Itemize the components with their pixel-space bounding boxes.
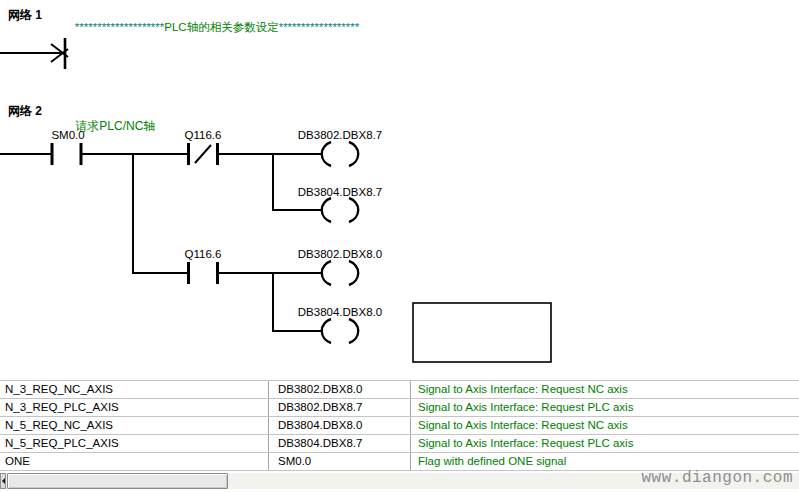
symbol-comment: Signal to Axis Interface: Request PLC ax…	[411, 435, 799, 452]
coil-db3802-dbx8-7[interactable]: DB3802.DBX8.7	[298, 129, 382, 166]
scroll-left-arrow-icon	[2, 478, 5, 484]
coil-db3802-dbx8-0[interactable]: DB3802.DBX8.0	[298, 248, 382, 285]
symbol-name: N_3_REQ_NC_AXIS	[0, 381, 269, 398]
coil-db3802-dbx8-0-label: DB3802.DBX8.0	[298, 248, 382, 260]
contact-q116-6-no-label: Q116.6	[185, 248, 222, 260]
contact-q116-6-nc[interactable]: Q116.6	[185, 129, 222, 165]
ladder-canvas: SM0.0 Q116.6 DB3802.DBX8.7 DB3804.DBX8.7…	[0, 0, 799, 380]
symbol-address: DB3802.DBX8.7	[269, 399, 411, 416]
coil-db3804-dbx8-7-label: DB3804.DBX8.7	[298, 186, 382, 198]
network-2-wires	[0, 153, 323, 332]
table-row[interactable]: N_5_REQ_NC_AXIS DB3804.DBX8.0 Signal to …	[0, 417, 799, 435]
coil-db3804-dbx8-7[interactable]: DB3804.DBX8.7	[298, 186, 382, 222]
empty-box[interactable]	[413, 303, 551, 362]
table-row[interactable]: N_3_REQ_NC_AXIS DB3802.DBX8.0 Signal to …	[0, 381, 799, 399]
contact-sm0-0-label: SM0.0	[51, 129, 84, 141]
symbol-comment: Flag with defined ONE signal	[411, 453, 799, 470]
coil-db3804-dbx8-0-label: DB3804.DBX8.0	[298, 306, 382, 318]
symbol-comment: Signal to Axis Interface: Request NC axi…	[411, 381, 799, 398]
contact-q116-6-nc-label: Q116.6	[185, 129, 222, 141]
network-1-open-branch-arrow-icon[interactable]	[0, 38, 68, 69]
coil-db3802-dbx8-7-label: DB3802.DBX8.7	[298, 129, 382, 141]
symbol-name: N_5_REQ_PLC_AXIS	[0, 435, 269, 452]
watermark: www.diangon.com	[641, 469, 793, 487]
scroll-left-button[interactable]	[0, 473, 6, 489]
symbol-address: DB3802.DBX8.0	[269, 381, 411, 398]
table-row[interactable]: N_5_REQ_PLC_AXIS DB3804.DBX8.7 Signal to…	[0, 435, 799, 453]
nc-slash-icon	[195, 145, 211, 163]
symbol-name: N_5_REQ_NC_AXIS	[0, 417, 269, 434]
scrollbar-thumb[interactable]	[7, 473, 228, 489]
table-row[interactable]: N_3_REQ_PLC_AXIS DB3802.DBX8.7 Signal to…	[0, 399, 799, 417]
symbol-address: DB3804.DBX8.0	[269, 417, 411, 434]
symbol-comment: Signal to Axis Interface: Request NC axi…	[411, 417, 799, 434]
symbol-table: N_3_REQ_NC_AXIS DB3802.DBX8.0 Signal to …	[0, 380, 799, 474]
symbol-name: ONE	[0, 453, 269, 470]
contact-q116-6-no[interactable]: Q116.6	[185, 248, 222, 284]
symbol-comment: Signal to Axis Interface: Request PLC ax…	[411, 399, 799, 416]
symbol-address: DB3804.DBX8.7	[269, 435, 411, 452]
contact-sm0-0[interactable]: SM0.0	[51, 129, 84, 165]
symbol-name: N_3_REQ_PLC_AXIS	[0, 399, 269, 416]
coil-db3804-dbx8-0[interactable]: DB3804.DBX8.0	[298, 306, 382, 343]
plc-ladder-editor: 网络 1 ********************PLC轴的相关参数设定****…	[0, 0, 799, 492]
symbol-address: SM0.0	[269, 453, 411, 470]
